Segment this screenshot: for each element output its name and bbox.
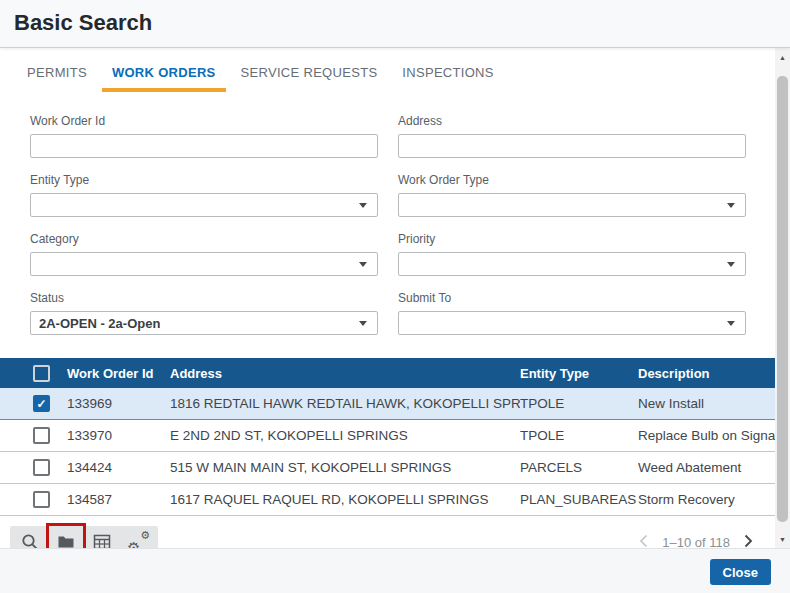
field-label: Priority <box>398 232 746 246</box>
folder-icon <box>56 532 76 548</box>
column-header-work-order-id[interactable]: Work Order Id <box>67 366 170 381</box>
cell-entity-type: TPOLE <box>520 428 638 443</box>
chevron-down-icon <box>359 262 367 267</box>
submit-to-select[interactable] <box>398 311 746 335</box>
table-row[interactable]: 133970 E 2ND 2ND ST, KOKOPELLI SPRINGS T… <box>0 420 775 452</box>
tab-work-orders[interactable]: WORK ORDERS <box>102 62 226 92</box>
tab-permits[interactable]: PERMITS <box>17 62 97 92</box>
category-select[interactable] <box>30 252 378 276</box>
field-label: Category <box>30 232 378 246</box>
cell-entity-type: TPOLE <box>520 396 638 411</box>
chevron-left-icon <box>639 534 648 549</box>
search-icon <box>20 532 40 548</box>
column-header-address[interactable]: Address <box>170 366 520 381</box>
chevron-right-icon <box>744 534 753 549</box>
settings-button[interactable]: ⚙ ⚙ <box>120 526 156 549</box>
dialog-content: PERMITSWORK ORDERSSERVICE REQUESTSINSPEC… <box>0 48 775 548</box>
dialog-footer: Close <box>0 548 790 593</box>
scrollbar-thumb[interactable] <box>777 76 788 522</box>
form-field: Status 2A-OPEN - 2a-Open <box>30 291 378 335</box>
cell-work-order-id: 134587 <box>67 492 170 507</box>
results-table: Work Order Id Address Entity Type Descri… <box>0 358 775 516</box>
cell-description: Storm Recovery <box>638 492 775 507</box>
tabs: PERMITSWORK ORDERSSERVICE REQUESTSINSPEC… <box>0 48 775 92</box>
field-control <box>398 134 746 158</box>
open-folder-button[interactable] <box>48 526 84 549</box>
cell-address: E 2ND 2ND ST, KOKOPELLI SPRINGS <box>170 428 520 443</box>
row-checkbox-cell <box>0 395 67 412</box>
form-field: Priority <box>398 232 746 276</box>
chevron-down-icon <box>359 203 367 208</box>
cell-work-order-id: 133970 <box>67 428 170 443</box>
work-order-type-select[interactable] <box>398 193 746 217</box>
form-field: Work Order Type <box>398 173 746 217</box>
field-control <box>30 252 378 276</box>
table-row[interactable]: 134587 1617 RAQUEL RAQUEL RD, KOKOPELLI … <box>0 484 775 516</box>
table-footer: ⚙ ⚙ 1–10 of 118 <box>0 523 775 548</box>
status-select[interactable]: 2A-OPEN - 2a-Open <box>30 311 378 335</box>
page-title: Basic Search <box>0 0 790 46</box>
priority-select[interactable] <box>398 252 746 276</box>
tab-label: SERVICE REQUESTS <box>241 65 378 80</box>
table-row[interactable]: 133969 1816 REDTAIL HAWK REDTAIL HAWK, K… <box>0 388 775 420</box>
cell-description: New Install <box>638 396 775 411</box>
row-checkbox[interactable] <box>33 395 50 412</box>
tab-label: WORK ORDERS <box>112 65 216 80</box>
tab-label: INSPECTIONS <box>402 65 493 80</box>
field-control: 2A-OPEN - 2a-Open <box>30 311 378 335</box>
title-bar: Basic Search <box>0 0 790 48</box>
row-checkbox[interactable] <box>33 491 50 508</box>
cell-entity-type: PARCELS <box>520 460 638 475</box>
field-control <box>398 311 746 335</box>
field-control <box>398 252 746 276</box>
row-checkbox-cell <box>0 491 67 508</box>
address-input[interactable] <box>398 134 746 158</box>
field-label: Entity Type <box>30 173 378 187</box>
column-header-entity-type[interactable]: Entity Type <box>520 366 638 381</box>
table-grid-icon <box>92 532 112 548</box>
select-value: 2A-OPEN - 2a-Open <box>39 316 160 331</box>
form-field: Category <box>30 232 378 276</box>
column-header-description[interactable]: Description <box>638 366 775 381</box>
select-all-checkbox[interactable] <box>33 365 50 382</box>
form-field: Submit To <box>398 291 746 335</box>
table-view-button[interactable] <box>84 526 120 549</box>
scroll-down-arrow[interactable]: ▼ <box>775 532 790 546</box>
row-checkbox[interactable] <box>33 427 50 444</box>
row-checkbox[interactable] <box>33 459 50 476</box>
pagination-range-label: 1–10 of 118 <box>662 535 730 549</box>
chevron-down-icon <box>727 321 735 326</box>
tab-inspections[interactable]: INSPECTIONS <box>392 62 503 92</box>
vertical-scrollbar[interactable]: ▲ ▼ <box>775 48 790 548</box>
form-field: Work Order Id <box>30 114 378 158</box>
pagination-next-button[interactable] <box>742 532 755 549</box>
entity-type-select[interactable] <box>30 193 378 217</box>
field-label: Address <box>398 114 746 128</box>
cell-work-order-id: 134424 <box>67 460 170 475</box>
table-toolbar: ⚙ ⚙ <box>10 526 158 549</box>
cell-address: 1816 REDTAIL HAWK REDTAIL HAWK, KOKOPELL… <box>170 396 520 411</box>
cell-work-order-id: 133969 <box>67 396 170 411</box>
row-checkbox-cell <box>0 459 67 476</box>
close-button[interactable]: Close <box>710 559 771 585</box>
form-field: Address <box>398 114 746 158</box>
results-body: 133969 1816 REDTAIL HAWK REDTAIL HAWK, K… <box>0 388 775 516</box>
form-field: Entity Type <box>30 173 378 217</box>
cell-description: Replace Bulb on Signal <box>638 428 775 443</box>
work-order-id-input[interactable] <box>30 134 378 158</box>
cell-entity-type: PLAN_SUBAREAS <box>520 492 638 507</box>
field-control <box>30 193 378 217</box>
search-button[interactable] <box>12 526 48 549</box>
scroll-up-arrow[interactable]: ▲ <box>775 50 790 64</box>
field-label: Submit To <box>398 291 746 305</box>
chevron-down-icon <box>359 321 367 326</box>
pagination-prev-button[interactable] <box>637 532 650 549</box>
table-row[interactable]: 134424 515 W MAIN MAIN ST, KOKOPELLI SPR… <box>0 452 775 484</box>
field-control <box>398 193 746 217</box>
tab-service-requests[interactable]: SERVICE REQUESTS <box>231 62 388 92</box>
gears-icon: ⚙ ⚙ <box>127 531 149 548</box>
basic-search-dialog: Basic Search PERMITSWORK ORDERSSERVICE R… <box>0 0 790 593</box>
table-header-row: Work Order Id Address Entity Type Descri… <box>0 358 775 388</box>
tab-label: PERMITS <box>27 65 87 80</box>
row-checkbox-cell <box>0 427 67 444</box>
